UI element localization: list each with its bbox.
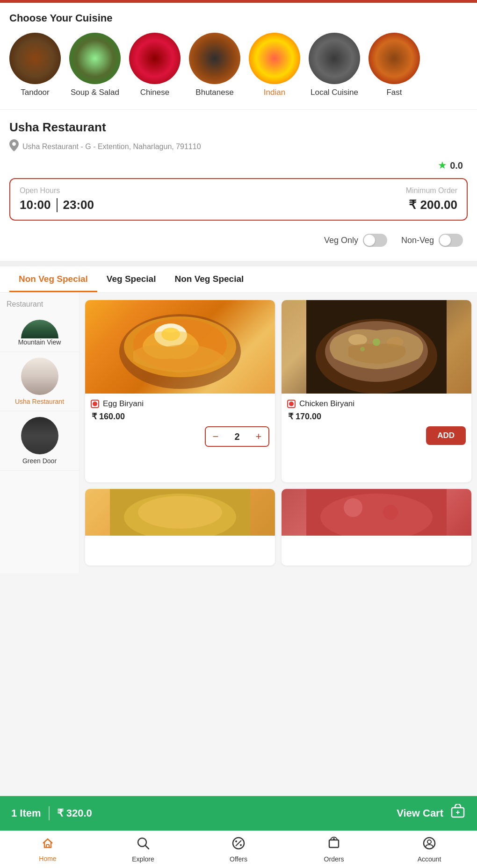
non-veg-toggle[interactable] [439, 234, 463, 247]
cuisine-item-local[interactable]: Local Cuisine [309, 33, 360, 97]
rating-value: 0.0 [450, 160, 463, 171]
sidebar-name-green-door: Green Door [22, 457, 57, 465]
cuisine-label-tandoor: Tandoor [21, 88, 49, 97]
cuisine-scroll: Tandoor Soup & Salad Chinese Bhutanese I… [9, 33, 468, 100]
restaurant-sidebar: Restaurant Mountain View Usha Restaurant… [0, 293, 80, 573]
food-info-chicken-biryani: Chicken Biryani ₹ 170.00 ADD [282, 394, 471, 451]
nav-home[interactable]: Home [0, 831, 95, 868]
food-name-chicken-biryani: Chicken Biryani [299, 399, 354, 409]
qty-minus-egg-biryani[interactable]: − [206, 427, 225, 446]
cuisine-item-tandoor[interactable]: Tandoor [9, 33, 61, 97]
hours-card: Open Hours 10:00 23:00 Minimum Order ₹ 2… [9, 178, 468, 221]
sidebar-item-mountain-view[interactable]: Mountain View [0, 314, 79, 352]
cuisine-item-fast[interactable]: Fast [369, 33, 420, 97]
svg-point-30 [240, 844, 242, 846]
tab-non-veg-special-2[interactable]: Non Veg Special [165, 274, 253, 292]
account-icon [422, 836, 436, 854]
food-dot-chicken-biryani [287, 400, 296, 408]
cuisine-label-soup: Soup & Salad [71, 88, 119, 97]
food-img-chicken-biryani [282, 300, 471, 394]
svg-point-17 [344, 498, 362, 517]
food-card-egg-biryani: Egg Biryani ₹ 160.00 − 2 + [85, 300, 275, 482]
cart-item-count: 1 Item [11, 807, 41, 819]
explore-icon [136, 836, 150, 854]
svg-point-11 [360, 347, 365, 352]
sidebar-img-mountain-view [21, 320, 58, 338]
cuisine-img-local [309, 33, 360, 84]
food-name-row-egg-biryani: Egg Biryani [91, 399, 269, 409]
restaurant-name: Usha Restaurant [9, 120, 468, 135]
home-icon [41, 837, 54, 853]
sidebar-item-usha-restaurant[interactable]: Usha Restaurant [0, 352, 79, 411]
svg-point-34 [427, 840, 431, 844]
quantity-control-egg-biryani: − 2 + [205, 426, 269, 447]
food-img-partial-1 [85, 489, 275, 536]
cuisine-label-chinese: Chinese [140, 88, 169, 97]
tab-veg-special[interactable]: Veg Special [97, 274, 166, 292]
cuisine-img-chinese [129, 33, 181, 84]
hours-left: Open Hours 10:00 23:00 [20, 187, 94, 212]
cuisine-label-bhutanese: Bhutanese [195, 88, 233, 97]
location-icon [9, 139, 19, 154]
cuisine-img-indian [249, 33, 300, 84]
cuisine-title: Choose Your Cuisine [9, 12, 468, 24]
sidebar-name-usha: Usha Restaurant [15, 398, 64, 405]
food-price-egg-biryani: ₹ 160.00 [91, 411, 269, 422]
cuisine-img-soup [69, 33, 121, 84]
cuisine-item-indian[interactable]: Indian [249, 33, 300, 97]
open-time: 10:00 [20, 198, 51, 212]
restaurant-info: Usha Restaurant Usha Restaurant - G - Ex… [0, 110, 477, 261]
food-info-egg-biryani: Egg Biryani ₹ 160.00 − 2 + [85, 394, 275, 452]
star-icon: ★ [438, 159, 447, 172]
bottom-nav: Home Explore Offers [0, 831, 477, 868]
cuisine-section: Choose Your Cuisine Tandoor Soup & Salad… [0, 3, 477, 110]
veg-only-toggle[interactable] [363, 234, 387, 247]
food-card-partial-2 [282, 489, 471, 566]
min-order-value: ₹ 200.00 [406, 198, 457, 212]
svg-point-10 [373, 338, 380, 346]
sidebar-header: Restaurant [0, 300, 79, 314]
food-dot-inner-chicken-biryani [289, 402, 294, 406]
nav-account[interactable]: Account [382, 831, 477, 868]
svg-point-14 [138, 496, 222, 529]
cart-bar[interactable]: 1 Item ₹ 320.0 View Cart [0, 796, 477, 831]
cuisine-item-chinese[interactable]: Chinese [129, 33, 181, 97]
cuisine-img-tandoor [9, 33, 61, 84]
food-img-egg-biryani [85, 300, 275, 394]
view-cart-button[interactable]: View Cart [397, 804, 466, 823]
orders-label: Orders [324, 855, 344, 863]
cart-price: ₹ 320.0 [57, 807, 92, 819]
restaurant-address-text: Usha Restaurant - G - Extention, Naharla… [22, 143, 201, 151]
add-button-chicken-biryani[interactable]: ADD [426, 426, 466, 445]
sidebar-item-green-door[interactable]: Green Door [0, 411, 79, 471]
explore-label: Explore [132, 855, 154, 863]
food-card-partial-1 [85, 489, 275, 566]
offers-icon [231, 836, 246, 854]
cuisine-item-bhutanese[interactable]: Bhutanese [189, 33, 240, 97]
view-cart-label: View Cart [397, 807, 443, 819]
food-grid: Egg Biryani ₹ 160.00 − 2 + [80, 293, 477, 573]
menu-tabs: Non Veg Special Veg Special Non Veg Spec… [0, 266, 477, 293]
rating-row: ★ 0.0 [9, 159, 468, 172]
sidebar-img-usha [21, 358, 58, 395]
orders-icon [327, 836, 341, 854]
veg-only-toggle-group: Veg Only [324, 234, 387, 247]
sidebar-img-green-door [21, 417, 58, 454]
nav-orders[interactable]: Orders [286, 831, 382, 868]
sidebar-name-mountain-view: Mountain View [18, 338, 61, 346]
cuisine-label-indian: Indian [264, 88, 285, 97]
food-dot-inner-egg-biryani [93, 402, 97, 406]
menu-content: Restaurant Mountain View Usha Restaurant… [0, 293, 477, 573]
offers-label: Offers [230, 855, 247, 863]
hours-time: 10:00 23:00 [20, 198, 94, 212]
tab-non-veg-special-1[interactable]: Non Veg Special [9, 274, 97, 292]
hours-divider [57, 198, 58, 212]
veg-toggles: Veg Only Non-Veg [9, 229, 468, 256]
non-veg-toggle-group: Non-Veg [401, 234, 463, 247]
qty-plus-egg-biryani[interactable]: + [249, 427, 268, 446]
nav-explore[interactable]: Explore [95, 831, 191, 868]
nav-offers[interactable]: Offers [191, 831, 286, 868]
food-price-chicken-biryani: ₹ 170.00 [287, 411, 466, 422]
svg-point-18 [383, 505, 398, 520]
cuisine-item-soup[interactable]: Soup & Salad [69, 33, 121, 97]
